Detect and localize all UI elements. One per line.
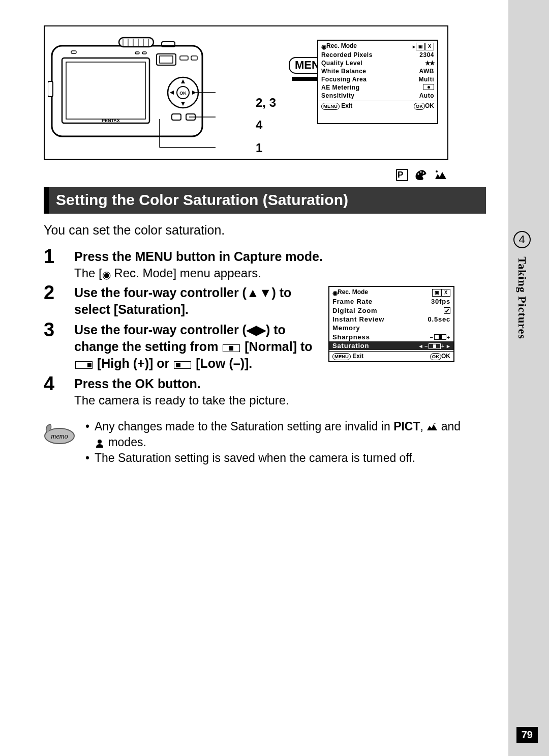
callout-1: 1: [256, 137, 276, 159]
step-number: 4: [44, 374, 59, 408]
lcd-title: Rec. Mode: [326, 42, 357, 49]
menu-row: SensitivityAuto: [321, 92, 434, 100]
night-scene-mode-icon: [434, 169, 447, 181]
level-normal-icon: [223, 344, 240, 352]
menu-row: Digital Zoom✔: [332, 306, 450, 314]
step-description: The [◉ Rec. Mode] menu appears.: [74, 266, 486, 281]
diagram-box: OK PENTAX MENU: [44, 25, 448, 160]
memo-list: Any changes made to the Saturation setti…: [85, 419, 461, 466]
svg-point-37: [423, 172, 424, 173]
content-area: OK PENTAX MENU: [44, 25, 486, 466]
chapter-number-circle: 4: [513, 231, 531, 248]
program-mode-icon: P: [396, 169, 408, 181]
menu-row: Memory: [332, 324, 450, 332]
camera-icon: ◉: [102, 269, 111, 280]
svg-text:PENTAX: PENTAX: [102, 118, 120, 123]
lcd-title: Rec. Mode: [338, 288, 368, 296]
menu-row: White BalanceAWB: [321, 67, 434, 75]
section-tab-sidebar: [508, 0, 549, 756]
menu-row-highlighted: Saturation◂ –+ ▸: [329, 341, 453, 350]
svg-text:OK: OK: [179, 91, 187, 96]
menu-chip: MENU: [321, 103, 340, 110]
intro-text: You can set the color saturation.: [44, 223, 486, 238]
playback-tab-icon: ▣: [432, 289, 441, 297]
menu-chip: MENU: [332, 353, 351, 360]
night-portrait-mode-icon: [95, 439, 105, 448]
checkbox-on-icon: ✔: [444, 307, 450, 314]
memo-block: memo Any changes made to the Saturation …: [44, 419, 486, 466]
svg-point-41: [98, 440, 102, 444]
memo-badge-icon: memo: [44, 419, 76, 466]
callout-2-3: 2, 3: [256, 92, 276, 114]
menu-row: AE Metering: [321, 83, 434, 92]
page: OK PENTAX MENU: [0, 0, 549, 756]
chapter-title: Taking Pictures: [516, 257, 529, 339]
ok-chip: OK: [430, 353, 441, 360]
multi-metering-icon: [423, 84, 434, 90]
menu-row: Recorded Pixels2304: [321, 51, 434, 59]
svg-text:memo: memo: [51, 432, 68, 440]
page-number: 79: [516, 727, 538, 743]
step-title: Use the four-way controller (◀▶) to chan…: [74, 322, 319, 372]
palette-mode-icon: [414, 169, 428, 181]
memo-item: The Saturation setting is saved when the…: [85, 450, 461, 466]
camera-icon: ◉: [321, 43, 326, 50]
applicable-mode-icons: P: [44, 167, 447, 181]
saturation-slider-icon: ◂ –+ ▸: [419, 343, 450, 350]
step-number: 2: [44, 283, 59, 318]
level-high-icon: [75, 361, 93, 369]
camera-icon: ◉: [332, 289, 338, 297]
ok-chip: OK: [414, 103, 425, 110]
section-heading: Setting the Color Saturation (Saturation…: [44, 187, 486, 214]
svg-rect-33: [292, 77, 318, 81]
svg-point-35: [418, 173, 419, 175]
sharpness-slider-icon: –+: [430, 334, 450, 340]
chapter-tab: 4 Taking Pictures: [513, 231, 531, 339]
playback-tab-icon: ▣: [416, 43, 425, 50]
lcd-menu-rec-mode-top: ◉Rec. Mode ▸ ▣ Ⅹ Recorded Pixels2304 Qua…: [317, 40, 438, 124]
svg-rect-1: [62, 58, 149, 123]
camera-back-illustration: OK PENTAX: [48, 32, 216, 154]
svg-point-38: [436, 170, 438, 172]
instruction-steps: 1 Press the MENU button in Capture mode.…: [44, 247, 486, 408]
step-1: 1 Press the MENU button in Capture mode.…: [44, 247, 486, 281]
step-3: 3 Use the four-way controller (◀▶) to ch…: [44, 320, 319, 372]
step-number: 1: [44, 247, 59, 281]
lcd-menu-rec-mode-side: ◉Rec. Mode ▣ Ⅹ Frame Rate30fps Digital Z…: [328, 286, 454, 362]
svg-point-36: [420, 171, 422, 172]
step-4: 4 Press the OK button. The camera is rea…: [44, 374, 486, 408]
memo-item: Any changes made to the Saturation setti…: [85, 419, 461, 450]
svg-rect-24: [48, 81, 53, 97]
step-title: Use the four-way controller (▲▼) to sele…: [74, 284, 319, 318]
setup-tab-icon: Ⅹ: [425, 43, 434, 50]
menu-row: Sharpness–+: [332, 333, 450, 341]
menu-row: Frame Rate30fps: [332, 297, 450, 306]
diagram-step-callouts: 2, 3 4 1: [256, 92, 276, 159]
setup-tab-icon: Ⅹ: [441, 289, 450, 297]
menu-row: Quality Level★★: [321, 59, 434, 67]
step-title: Press the MENU button in Capture mode.: [74, 248, 486, 265]
landscape-mode-icon: [426, 422, 438, 431]
level-low-icon: [174, 361, 191, 369]
step-2: 2 Use the four-way controller (▲▼) to se…: [44, 283, 319, 318]
callout-4: 4: [256, 114, 276, 136]
pict-mode-label: PICT: [393, 420, 420, 433]
step-description: The camera is ready to take the picture.: [74, 393, 486, 408]
menu-row: Focusing AreaMulti: [321, 75, 434, 83]
step-title: Press the OK button.: [74, 375, 486, 392]
step-number: 3: [44, 320, 59, 372]
menu-row: Instant Review0.5sec: [332, 315, 450, 324]
